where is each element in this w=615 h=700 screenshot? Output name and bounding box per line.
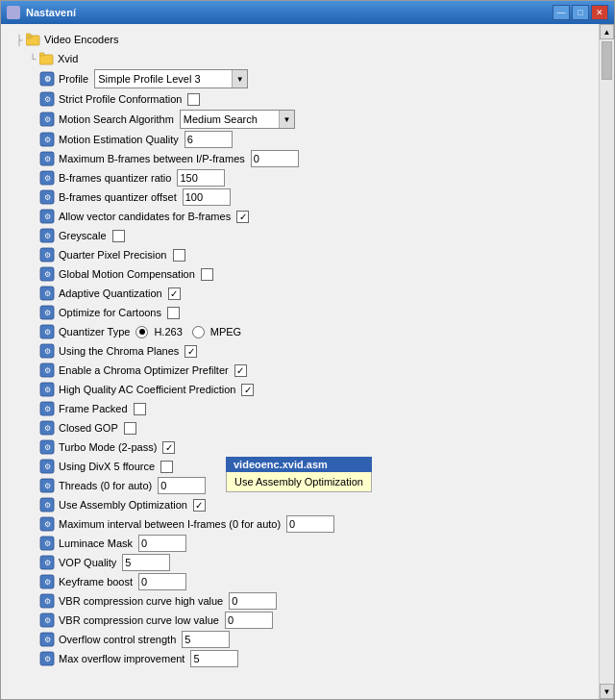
global-motion-label: Global Motion Compensation [59, 268, 195, 280]
allow-vector-checkbox[interactable] [236, 211, 249, 223]
overflow-strength-input[interactable] [182, 631, 230, 648]
tooltip-title: videoenc.xvid.asm [226, 457, 372, 472]
scroll-up-button[interactable]: ▲ [600, 24, 614, 39]
svg-text:⚙: ⚙ [44, 616, 51, 625]
optimize-cartoons-checkbox[interactable] [167, 307, 180, 319]
max-interval-label: Maximum interval between I-frames (0 for… [59, 518, 281, 530]
motion-search-arrow[interactable]: ▼ [279, 111, 294, 128]
max-bframes-input[interactable] [251, 150, 299, 167]
settings-icon-motion: ⚙ [39, 112, 55, 127]
motion-quality-input[interactable] [184, 131, 233, 148]
settings-icon-gmc: ⚙ [39, 266, 55, 282]
settings-icon-hqac: ⚙ [39, 382, 55, 397]
row-motion-search: ⚙ Motion Search Algorithm Medium Search … [5, 109, 595, 130]
frame-packed-label: Frame Packed [59, 403, 128, 414]
radio-h263[interactable] [135, 326, 148, 338]
svg-text:⚙: ⚙ [44, 520, 51, 529]
row-keyframe-boost: ⚙ Keyframe boost [5, 572, 595, 591]
using-divx-checkbox[interactable] [160, 461, 173, 473]
vbr-high-input[interactable] [229, 592, 277, 610]
greyscale-checkbox[interactable] [112, 230, 125, 242]
adaptive-quant-checkbox[interactable] [168, 288, 181, 300]
svg-text:⚙: ⚙ [44, 193, 51, 202]
radio-mpeg[interactable] [192, 326, 205, 338]
settings-icon-tm: ⚙ [39, 439, 55, 455]
vbr-low-input[interactable] [225, 612, 273, 629]
row-chroma-planes: ⚙ Using the Chroma Planes [5, 341, 595, 361]
row-hq-ac: ⚙ High Quality AC Coefficient Prediction [5, 380, 595, 399]
svg-text:⚙: ⚙ [44, 289, 51, 298]
row-using-divx: ⚙ Using DivX 5 ffource videoenc.xvid.asm… [5, 457, 595, 476]
settings-icon-mbf: ⚙ [39, 151, 55, 166]
settings-icon-qpp: ⚙ [39, 247, 55, 262]
frame-packed-checkbox[interactable] [134, 403, 146, 415]
settings-icon-cop: ⚙ [39, 362, 55, 378]
svg-text:⚙: ⚙ [44, 251, 51, 260]
row-frame-packed: ⚙ Frame Packed [5, 399, 595, 418]
scrollbar[interactable]: ▲ ▼ [599, 24, 614, 699]
quarter-pixel-checkbox[interactable] [173, 249, 185, 262]
chroma-planes-label: Using the Chroma Planes [59, 345, 179, 357]
svg-text:⚙: ⚙ [44, 539, 51, 548]
hq-ac-label: High Quality AC Coefficient Prediction [59, 384, 235, 395]
scroll-thumb[interactable] [602, 41, 612, 80]
tree-root: ├ Video Encoders └ [5, 30, 595, 668]
folder-icon-encoders [26, 33, 41, 46]
tree-video-encoders[interactable]: ├ Video Encoders [5, 30, 595, 49]
keyframe-boost-input[interactable] [138, 573, 186, 590]
vop-quality-input[interactable] [122, 554, 170, 571]
row-optimize-cartoons: ⚙ Optimize for Cartoons [5, 303, 595, 322]
svg-text:⚙: ⚙ [44, 347, 51, 356]
settings-icon-cg: ⚙ [39, 420, 55, 436]
svg-text:⚙: ⚙ [44, 309, 51, 317]
threads-label: Threads (0 for auto) [59, 480, 152, 491]
max-overflow-input[interactable] [190, 650, 238, 667]
svg-text:⚙: ⚙ [44, 174, 51, 183]
svg-text:⚙: ⚙ [44, 232, 51, 240]
global-motion-checkbox[interactable] [201, 268, 213, 281]
use-assembly-checkbox[interactable] [193, 499, 206, 512]
bframes-ratio-input[interactable] [177, 169, 225, 187]
video-encoders-label: Video Encoders [44, 34, 118, 45]
svg-text:⚙: ⚙ [44, 655, 51, 663]
minimize-button[interactable]: — [553, 5, 570, 20]
main-window: Nastavení — □ ✕ ├ [0, 0, 615, 700]
folder-icon-xvid [39, 52, 55, 65]
row-greyscale: ⚙ Greyscale [5, 226, 595, 245]
row-motion-quality: ⚙ Motion Estimation Quality [5, 130, 595, 149]
threads-input[interactable] [158, 477, 206, 494]
bframes-offset-input[interactable] [183, 188, 231, 206]
profile-dropdown[interactable]: Simple Profile Level 3 ▼ [94, 69, 248, 88]
luminance-mask-input[interactable] [138, 535, 186, 552]
svg-text:⚙: ⚙ [44, 155, 51, 163]
profile-arrow[interactable]: ▼ [232, 70, 247, 88]
motion-search-dropdown[interactable]: Medium Search ▼ [180, 110, 295, 129]
svg-text:⚙: ⚙ [44, 443, 51, 452]
quarter-pixel-label: Quarter Pixel Precision [59, 249, 167, 261]
settings-icon-lm: ⚙ [39, 536, 55, 551]
settings-icon-av: ⚙ [39, 209, 55, 224]
row-vbr-low: ⚙ VBR compression curve low value [5, 611, 595, 630]
hq-ac-checkbox[interactable] [241, 384, 254, 396]
chroma-optimizer-checkbox[interactable] [234, 364, 247, 377]
row-closed-gop: ⚙ Closed GOP [5, 418, 595, 438]
title-buttons: — □ ✕ [553, 5, 608, 20]
row-bframes-offset: ⚙ B-frames quantizer offset [5, 188, 595, 207]
row-quantizer-type: ⚙ Quantizer Type H.263 MPEG [5, 322, 595, 341]
row-use-assembly: ⚙ Use Assembly Optimization [5, 495, 595, 514]
tree-xvid[interactable]: └ Xvid [5, 49, 595, 68]
chroma-planes-checkbox[interactable] [184, 345, 197, 358]
maximize-button[interactable]: □ [572, 5, 589, 20]
turbo-mode-checkbox[interactable] [162, 441, 175, 454]
closed-gop-checkbox[interactable] [124, 422, 136, 435]
adaptive-quant-label: Adaptive Quantization [59, 288, 162, 299]
max-interval-input[interactable] [286, 515, 334, 533]
scroll-down-button[interactable]: ▼ [600, 684, 614, 699]
close-button[interactable]: ✕ [591, 5, 608, 20]
settings-icon-meq: ⚙ [39, 132, 55, 147]
max-bframes-label: Maximum B-frames between I/P-frames [59, 153, 245, 164]
svg-text:⚙: ⚙ [44, 405, 51, 413]
using-divx-label: Using DivX 5 ffource [59, 461, 155, 472]
row-max-interval: ⚙ Maximum interval between I-frames (0 f… [5, 514, 595, 534]
strict-checkbox[interactable] [187, 93, 200, 106]
